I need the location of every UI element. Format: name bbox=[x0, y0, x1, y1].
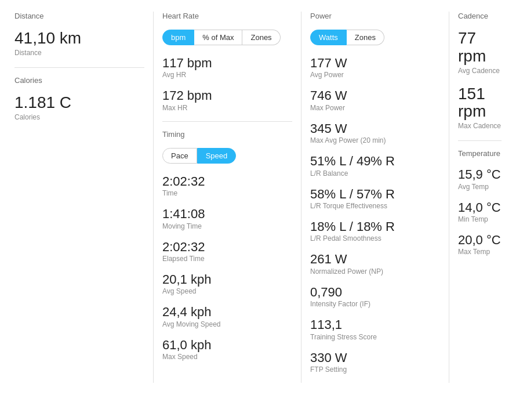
hr-btn-zones[interactable]: Zones bbox=[242, 30, 280, 45]
max-speed-block: 61,0 kph Max Speed bbox=[162, 338, 292, 361]
avg-cadence-value: 77 rpm bbox=[458, 30, 502, 66]
power-button-group: Watts Zones bbox=[310, 30, 440, 45]
min-temp-block: 14,0 °C Min Temp bbox=[458, 200, 502, 223]
max-cadence-label: Max Cadence bbox=[458, 122, 502, 130]
avg-moving-speed-value: 24,4 kph bbox=[162, 305, 292, 320]
calories-title: Calories bbox=[14, 76, 144, 88]
intensity-factor-label: Intensity Factor (IF) bbox=[310, 300, 440, 308]
distance-column: Distance 41,10 km Distance Calories 1.18… bbox=[6, 12, 154, 383]
ftp-value: 330 W bbox=[310, 350, 440, 365]
max-hr-label: Max HR bbox=[162, 104, 292, 112]
max-hr-value: 172 bpm bbox=[162, 88, 292, 103]
max-power-label: Max Power bbox=[310, 104, 440, 112]
ftp-label: FTP Setting bbox=[310, 365, 440, 374]
hr-btn-pct-max[interactable]: % of Max bbox=[194, 30, 242, 45]
max-avg-power-value: 345 W bbox=[310, 121, 440, 136]
heart-rate-title: Heart Rate bbox=[162, 12, 292, 24]
divider-1 bbox=[14, 67, 144, 68]
ftp-block: 330 W FTP Setting bbox=[310, 350, 440, 374]
normalized-power-block: 261 W Normalized Power (NP) bbox=[310, 252, 440, 275]
power-column: Power Watts Zones 177 W Avg Power 746 W … bbox=[301, 12, 449, 383]
timing-button-group: Pace Speed bbox=[162, 148, 292, 164]
max-temp-label: Max Temp bbox=[458, 248, 502, 256]
intensity-factor-block: 0,790 Intensity Factor (IF) bbox=[310, 285, 440, 308]
max-avg-power-label: Max Avg Power (20 min) bbox=[310, 136, 440, 144]
moving-time-block: 1:41:08 Moving Time bbox=[162, 207, 292, 230]
lr-balance-label: L/R Balance bbox=[310, 169, 440, 178]
avg-moving-speed-block: 24,4 kph Avg Moving Speed bbox=[162, 305, 292, 328]
moving-time-label: Moving Time bbox=[162, 222, 292, 230]
normalized-power-label: Normalized Power (NP) bbox=[310, 267, 440, 276]
elapsed-time-value: 2:02:32 bbox=[162, 240, 292, 255]
lr-torque-value: 58% L / 57% R bbox=[310, 187, 440, 202]
lr-balance-value: 51% L / 49% R bbox=[310, 154, 440, 169]
lr-pedal-label: L/R Pedal Smoothness bbox=[310, 234, 440, 242]
hr-button-group: bpm % of Max Zones bbox=[162, 30, 292, 45]
lr-torque-label: L/R Torque Effectiveness bbox=[310, 202, 440, 210]
elapsed-time-block: 2:02:32 Elapsed Time bbox=[162, 240, 292, 263]
lr-pedal-block: 18% L / 18% R L/R Pedal Smoothness bbox=[310, 219, 440, 242]
tss-label: Training Stress Score bbox=[310, 333, 440, 341]
avg-hr-value: 117 bpm bbox=[162, 56, 292, 71]
distance-value: 41,10 km bbox=[14, 30, 144, 48]
avg-power-label: Avg Power bbox=[310, 71, 440, 79]
avg-speed-label: Avg Speed bbox=[162, 287, 292, 295]
avg-power-block: 177 W Avg Power bbox=[310, 56, 440, 79]
min-temp-value: 14,0 °C bbox=[458, 200, 502, 215]
intensity-factor-value: 0,790 bbox=[310, 285, 440, 300]
moving-time-value: 1:41:08 bbox=[162, 207, 292, 222]
avg-moving-speed-label: Avg Moving Speed bbox=[162, 320, 292, 328]
max-temp-value: 20,0 °C bbox=[458, 233, 502, 248]
time-value: 2:02:32 bbox=[162, 174, 292, 189]
distance-title: Distance bbox=[14, 12, 144, 24]
lr-torque-block: 58% L / 57% R L/R Torque Effectiveness bbox=[310, 187, 440, 210]
max-speed-label: Max Speed bbox=[162, 353, 292, 361]
timing-title: Timing bbox=[162, 130, 292, 142]
avg-temp-label: Avg Temp bbox=[458, 183, 502, 191]
avg-speed-value: 20,1 kph bbox=[162, 272, 292, 287]
heart-rate-column: Heart Rate bpm % of Max Zones 117 bpm Av… bbox=[154, 12, 301, 383]
timing-btn-speed[interactable]: Speed bbox=[197, 148, 237, 164]
max-temp-block: 20,0 °C Max Temp bbox=[458, 233, 502, 256]
calories-label: Calories bbox=[14, 113, 144, 121]
power-btn-zones[interactable]: Zones bbox=[347, 30, 384, 45]
divider-timing bbox=[162, 121, 292, 122]
avg-cadence-label: Avg Cadence bbox=[458, 67, 502, 75]
avg-temp-value: 15,9 °C bbox=[458, 167, 502, 182]
distance-label: Distance bbox=[14, 49, 144, 57]
max-avg-power-block: 345 W Max Avg Power (20 min) bbox=[310, 121, 440, 144]
avg-power-value: 177 W bbox=[310, 56, 440, 71]
min-temp-label: Min Temp bbox=[458, 215, 502, 223]
cadence-column: Cadence 77 rpm Avg Cadence 151 rpm Max C… bbox=[449, 12, 510, 383]
power-btn-watts[interactable]: Watts bbox=[310, 30, 347, 45]
tss-value: 113,1 bbox=[310, 317, 440, 332]
max-power-block: 746 W Max Power bbox=[310, 88, 440, 111]
calories-value: 1.181 C bbox=[14, 94, 144, 112]
tss-block: 113,1 Training Stress Score bbox=[310, 317, 440, 341]
page-layout: Distance 41,10 km Distance Calories 1.18… bbox=[0, 0, 516, 394]
normalized-power-value: 261 W bbox=[310, 252, 440, 267]
hr-btn-bpm[interactable]: bpm bbox=[162, 30, 194, 45]
avg-speed-block: 20,1 kph Avg Speed bbox=[162, 272, 292, 295]
temperature-title: Temperature bbox=[458, 149, 502, 161]
avg-hr-block: 117 bpm Avg HR bbox=[162, 56, 292, 79]
max-speed-value: 61,0 kph bbox=[162, 338, 292, 353]
time-label: Time bbox=[162, 189, 292, 197]
power-title: Power bbox=[310, 12, 440, 24]
divider-temp bbox=[458, 140, 502, 141]
elapsed-time-label: Elapsed Time bbox=[162, 255, 292, 263]
time-block: 2:02:32 Time bbox=[162, 174, 292, 197]
lr-balance-block: 51% L / 49% R L/R Balance bbox=[310, 154, 440, 177]
cadence-title: Cadence bbox=[458, 12, 502, 24]
max-hr-block: 172 bpm Max HR bbox=[162, 88, 292, 111]
timing-btn-pace[interactable]: Pace bbox=[162, 148, 197, 164]
max-power-value: 746 W bbox=[310, 88, 440, 103]
avg-temp-block: 15,9 °C Avg Temp bbox=[458, 167, 502, 190]
max-cadence-value: 151 rpm bbox=[458, 85, 502, 121]
lr-pedal-value: 18% L / 18% R bbox=[310, 219, 440, 234]
avg-hr-label: Avg HR bbox=[162, 71, 292, 79]
